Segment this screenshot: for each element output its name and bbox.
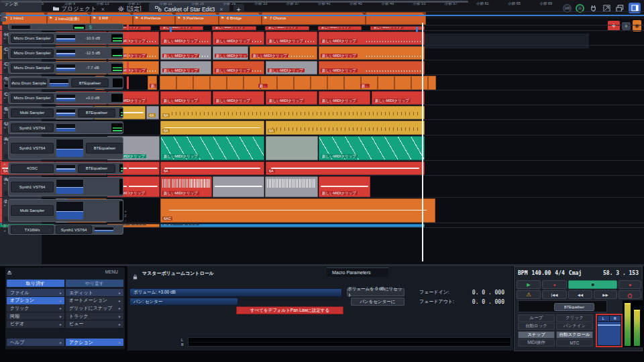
master-level-meter xyxy=(188,337,511,347)
redo-button[interactable]: やり直す xyxy=(66,280,123,287)
menu-item-2-right[interactable]: グリッドにスナップ▸ xyxy=(66,304,123,312)
tab-macro-parameters[interactable]: Macro Parameters xyxy=(327,267,388,277)
master-volume-title: マスターボリュームコントロール xyxy=(142,270,214,277)
toggle-自動スクロール[interactable]: 自動スクロール xyxy=(556,331,593,339)
toggle-クリック[interactable]: クリック xyxy=(556,314,593,322)
master-fader[interactable] xyxy=(598,322,621,345)
undo-button[interactable]: 取り消す xyxy=(7,280,64,287)
panic-button[interactable] xyxy=(619,290,641,299)
set-default-pan-law-button[interactable]: すべてをデフォルトPan Lawに設定する xyxy=(236,306,343,314)
meter-peak-right xyxy=(634,310,640,311)
stop-button[interactable]: ■ xyxy=(568,280,617,289)
playhead xyxy=(422,23,423,261)
fade-out-value: 0. 0 . 000 xyxy=(472,299,504,305)
equaliser-button[interactable]: BTEqualiser xyxy=(554,303,594,311)
master-pan-fader[interactable]: L R xyxy=(596,314,623,347)
submenu-arrow-icon: ▸ xyxy=(60,290,62,295)
submenu-arrow-icon: ▸ xyxy=(119,298,121,303)
submenu-arrow-icon: ▸ xyxy=(119,306,121,310)
meter-left-label: L xyxy=(181,338,183,342)
play-button[interactable]: ▶ xyxy=(517,280,541,289)
fade-out-label: フェードアウト: xyxy=(419,298,454,305)
submenu-arrow-icon: ▸ xyxy=(60,298,62,303)
warning-icon: ⚠ xyxy=(526,292,531,298)
add-track-button[interactable]: + xyxy=(608,21,620,31)
volume-slider[interactable]: ボリューム: +3.00 dB xyxy=(129,288,342,297)
fade-out-row[interactable]: フェードアウト: 0. 0 . 000 xyxy=(419,298,508,306)
time-signature[interactable]: 4/4 xyxy=(555,270,564,278)
loop-start-pin[interactable] xyxy=(170,27,172,32)
record-icon: ● xyxy=(629,282,631,287)
submenu-arrow-icon: ▸ xyxy=(119,340,121,345)
menu-item-2-left[interactable]: クリック▸ xyxy=(7,304,64,312)
menu-item-1-right[interactable]: オートメーション▸ xyxy=(66,297,123,304)
toggle-MTC[interactable]: MTC xyxy=(556,339,593,347)
menu-item-4-left[interactable]: ビデオ▸ xyxy=(7,320,64,328)
skip-start-icon: |◀◀ xyxy=(551,293,558,297)
pan-center-button[interactable]: パンをセンターに xyxy=(351,298,405,306)
power-icon xyxy=(627,289,633,301)
add-lane-button[interactable]: + xyxy=(622,22,631,30)
dsp-knob-value: 21 xyxy=(578,7,582,10)
pan-right-label: R xyxy=(610,316,621,321)
toggle-スナップ[interactable]: スナップ xyxy=(518,331,555,339)
reset-volume-button[interactable]: ボリュームを 0 dBにリセット xyxy=(347,288,405,296)
submenu-arrow-icon: ▸ xyxy=(60,314,62,318)
fade-in-value: 0. 0 . 000 xyxy=(472,290,504,296)
submenu-arrow-icon: ▸ xyxy=(119,322,121,326)
lock-icon xyxy=(133,270,138,282)
help-menu-button[interactable]: ヘルプ▸ xyxy=(7,339,64,346)
menu-item-3-right[interactable]: トラック▸ xyxy=(66,312,123,320)
cue-pin[interactable] xyxy=(416,27,418,32)
record-button[interactable]: ● xyxy=(619,280,641,289)
rewind-button[interactable]: ◀◀ xyxy=(568,290,592,299)
menu-item-0-left[interactable]: ファイル▸ xyxy=(7,289,64,296)
eject-icon[interactable] xyxy=(7,271,12,276)
meter-bar-right xyxy=(634,311,640,346)
meter-peak-left xyxy=(625,303,631,304)
submenu-arrow-icon: ▸ xyxy=(60,340,62,345)
output-level-meters xyxy=(623,300,643,347)
scrollbar-thumb[interactable] xyxy=(1,1,468,3)
daw-window: ウェルカムプロジェクト×[設定]Casket of Star Edit3×+ 1… xyxy=(0,0,644,362)
toggle-MIDI操作[interactable]: MIDI操作 xyxy=(518,339,555,347)
cpu-knob-value: 100 xyxy=(565,7,570,10)
menu-header: MENU xyxy=(7,269,123,277)
bpm-value[interactable]: 140.00 xyxy=(531,270,551,278)
key-signature[interactable]: Cmaj xyxy=(569,270,582,278)
pan-left-label: L xyxy=(598,316,609,321)
fade-in-label: フェードイン: xyxy=(419,289,449,296)
rewind-icon: ◀◀ xyxy=(578,293,583,297)
forward-button[interactable]: ▶▶ xyxy=(594,290,617,299)
stop-icon: ■ xyxy=(591,282,594,287)
submenu-arrow-icon: ▸ xyxy=(60,306,62,310)
meter-bar-left xyxy=(625,304,631,346)
menu-item-3-left[interactable]: 同期▸ xyxy=(7,312,64,320)
warning-button[interactable]: ⚠ xyxy=(517,290,541,299)
toggle-パンチイン[interactable]: パンチイン xyxy=(556,322,593,330)
pan-slider[interactable]: パン: センター xyxy=(129,298,238,306)
menu-label: MENU xyxy=(105,269,118,274)
playhead-position[interactable]: 58. 3 . 153 xyxy=(603,270,639,276)
play-icon: ▶ xyxy=(527,282,530,288)
menu-item-4-right[interactable]: ビュー▸ xyxy=(66,320,123,328)
menu-item-1-left[interactable]: オプション▸ xyxy=(7,297,64,304)
forward-icon: ▶▶ xyxy=(602,293,608,297)
record-arm-button[interactable]: ● xyxy=(542,280,567,289)
submenu-arrow-icon: ▸ xyxy=(119,290,121,295)
submenu-arrow-icon: ▸ xyxy=(119,314,121,318)
bpm-label: BPM xyxy=(518,270,527,278)
action-menu-button[interactable]: アクション▸ xyxy=(66,339,123,346)
go-to-start-button[interactable]: |◀◀ xyxy=(542,290,567,299)
record-icon: ● xyxy=(553,283,556,287)
toggle-自動ロック[interactable]: 自動ロック xyxy=(518,322,555,330)
toggle-ループ[interactable]: ループ xyxy=(518,314,555,322)
fade-in-row[interactable]: フェードイン: 0. 0 . 000 xyxy=(419,288,508,296)
meter-right-label: R xyxy=(181,343,184,347)
menu-item-0-right[interactable]: エディット▸ xyxy=(66,289,123,296)
transport-readout[interactable]: BPM 140.00 4/4 Cmaj 58. 3 . 153 xyxy=(518,270,639,278)
submenu-arrow-icon: ▸ xyxy=(60,322,62,326)
